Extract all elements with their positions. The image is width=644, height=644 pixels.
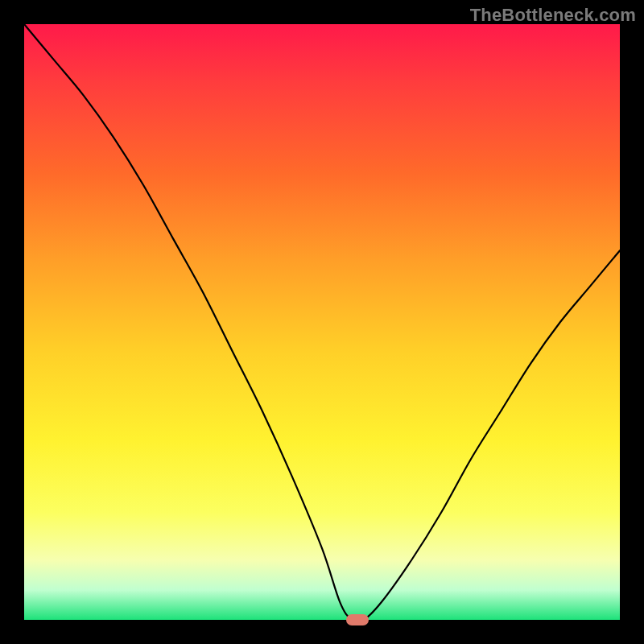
bottleneck-curve	[24, 24, 620, 620]
watermark-text: TheBottleneck.com	[470, 5, 636, 26]
optimal-marker	[346, 614, 369, 625]
plot-area	[24, 24, 620, 620]
chart-frame: TheBottleneck.com	[0, 0, 644, 644]
